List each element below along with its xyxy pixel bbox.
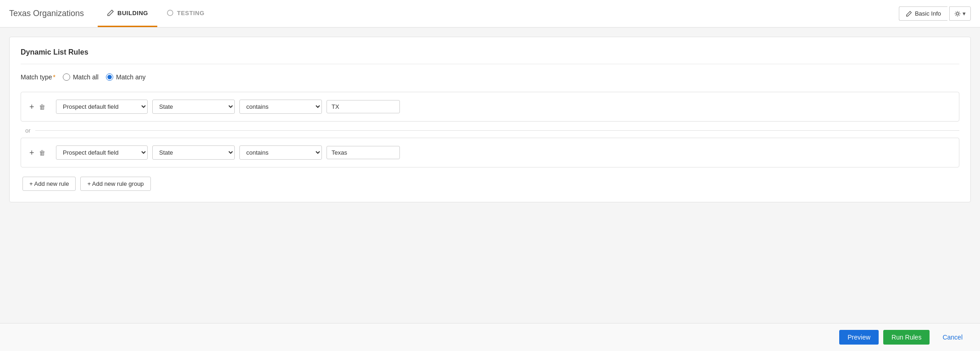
page-title: Texas Organizations	[9, 9, 84, 18]
tab-building[interactable]: BUILDING	[98, 0, 157, 27]
add-buttons: + Add new rule + Add new rule group	[21, 177, 959, 191]
rule-1-field-select[interactable]: Prospect default field Account field Cus…	[56, 100, 148, 114]
rule-1-delete-button[interactable]: 🗑	[38, 103, 46, 111]
tab-testing[interactable]: TESTING	[157, 0, 214, 27]
rule-group-1: + 🗑 Prospect default field Account field…	[21, 92, 959, 122]
or-line	[35, 130, 959, 131]
header: Texas Organizations BUILDING TESTING Ba	[0, 0, 980, 28]
basic-info-button[interactable]: Basic Info	[899, 6, 947, 21]
header-actions: Basic Info ▾	[899, 6, 971, 21]
rule-1-operator-select[interactable]: contains equals starts with ends with is…	[239, 100, 322, 114]
rule-2-add-button[interactable]: +	[28, 149, 35, 157]
edit-icon	[107, 9, 114, 17]
rule-1-add-button[interactable]: +	[28, 103, 35, 111]
or-divider: or	[21, 127, 959, 134]
preview-button[interactable]: Preview	[839, 330, 879, 345]
match-type-row: Match type* Match all Match any	[21, 72, 959, 83]
section-title: Dynamic List Rules	[21, 48, 959, 64]
rule-2-operator-select[interactable]: contains equals starts with ends with is…	[239, 145, 322, 160]
rule-2-field-select[interactable]: Prospect default field Account field Cus…	[56, 145, 148, 160]
footer: Preview Run Rules Cancel	[0, 323, 980, 351]
rule-1-controls: + 🗑	[28, 103, 51, 111]
rule-2-controls: + 🗑	[28, 149, 51, 157]
match-all-option[interactable]: Match all	[63, 73, 99, 81]
svg-point-0	[167, 10, 173, 16]
match-any-option[interactable]: Match any	[106, 73, 146, 81]
rule-1-condition-select[interactable]: State City Country Zip	[152, 100, 235, 114]
content-area: Dynamic List Rules Match type* Match all…	[0, 28, 980, 323]
svg-point-1	[956, 12, 958, 15]
rule-1-value-input[interactable]	[327, 100, 400, 113]
required-indicator: *	[53, 73, 55, 81]
add-new-rule-group-button[interactable]: + Add new rule group	[80, 177, 150, 191]
rule-2-delete-button[interactable]: 🗑	[38, 149, 46, 156]
circle-icon	[166, 9, 174, 17]
settings-button[interactable]: ▾	[949, 6, 971, 21]
rule-2-value-input[interactable]	[327, 146, 400, 159]
rule-row-1: + 🗑 Prospect default field Account field…	[28, 100, 952, 114]
match-any-radio[interactable]	[106, 73, 113, 81]
pencil-icon	[906, 11, 912, 17]
match-type-label: Match type*	[21, 73, 55, 81]
gear-icon	[954, 11, 961, 17]
rules-card: Dynamic List Rules Match type* Match all…	[9, 37, 971, 202]
rule-row-2: + 🗑 Prospect default field Account field…	[28, 145, 952, 160]
cancel-button[interactable]: Cancel	[934, 330, 971, 345]
match-all-radio[interactable]	[63, 73, 70, 81]
rule-group-2: + 🗑 Prospect default field Account field…	[21, 138, 959, 167]
add-new-rule-button[interactable]: + Add new rule	[22, 177, 76, 191]
run-rules-button[interactable]: Run Rules	[883, 330, 930, 345]
tabs: BUILDING TESTING	[98, 0, 214, 27]
rule-2-condition-select[interactable]: State City Country Zip	[152, 145, 235, 160]
